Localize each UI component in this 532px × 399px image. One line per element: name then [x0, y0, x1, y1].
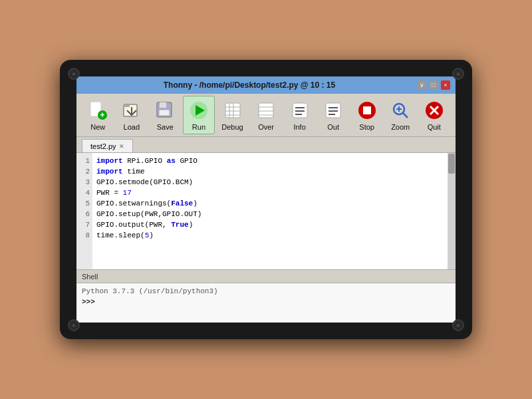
svg-line-32 [403, 113, 408, 118]
minimize-button[interactable]: ∨ [417, 80, 426, 90]
toolbar: + New Load [76, 94, 456, 137]
code-line-3: GPIO.setmode(GPIO.BCM) [96, 177, 444, 188]
stop-label: Stop [359, 123, 374, 131]
quit-label: Quit [428, 123, 441, 131]
zoom-button[interactable]: Zoom [384, 96, 417, 134]
stop-button[interactable]: Stop [350, 96, 383, 134]
load-button[interactable]: Load [116, 96, 148, 134]
svg-rect-11 [225, 103, 240, 118]
svg-rect-7 [160, 102, 166, 108]
run-label: Run [192, 123, 205, 131]
screw-tl [68, 68, 80, 80]
over-label: Over [258, 123, 274, 131]
shell-version: Python 3.7.3 (/usr/bin/python3) [82, 286, 450, 297]
scrollbar-thumb[interactable] [448, 154, 455, 174]
svg-rect-30 [363, 106, 371, 114]
shell-prompt-line: >>> [82, 297, 450, 307]
info-label: Info [293, 123, 305, 131]
out-label: Out [327, 123, 339, 131]
screw-br [452, 319, 464, 331]
zoom-label: Zoom [391, 123, 410, 131]
svg-rect-4 [124, 104, 130, 107]
shell-prompt: >>> [82, 298, 95, 306]
save-label: Save [157, 123, 174, 131]
run-button[interactable]: Run [183, 96, 215, 134]
monitor-casing: Thonny - /home/pi/Desktop/test2.py @ 10 … [60, 60, 472, 339]
title-controls: ∨ □ × [417, 80, 450, 90]
out-icon [323, 100, 344, 121]
code-line-6: GPIO.setup(PWR,GPIO.OUT) [96, 209, 444, 219]
over-button[interactable]: Over [250, 96, 283, 134]
line-numbers: 1 2 3 4 5 6 7 8 [76, 153, 92, 269]
debug-icon [222, 100, 243, 121]
run-icon [188, 100, 209, 121]
maximize-button[interactable]: □ [429, 80, 438, 90]
shell-container: Shell Python 3.7.3 (/usr/bin/python3) >>… [76, 269, 456, 323]
code-line-2: import time [96, 166, 444, 177]
svg-text:+: + [100, 110, 105, 120]
code-line-8: time.sleep(5) [96, 230, 444, 241]
out-button[interactable]: Out [317, 96, 350, 134]
load-label: Load [124, 123, 140, 131]
quit-icon [424, 100, 445, 121]
screw-bl [68, 319, 80, 331]
title-bar: Thonny - /home/pi/Desktop/test2.py @ 10 … [76, 76, 456, 94]
code-line-7: GPIO.output(PWR, True) [96, 219, 444, 230]
screen: Thonny - /home/pi/Desktop/test2.py @ 10 … [76, 76, 456, 323]
close-button[interactable]: × [441, 80, 450, 90]
code-line-5: GPIO.setwarnings(False) [96, 198, 444, 209]
shell-content[interactable]: Python 3.7.3 (/usr/bin/python3) >>> [76, 283, 456, 323]
shell-label: Shell [82, 273, 98, 281]
new-label: New [90, 123, 105, 131]
new-button[interactable]: + New [82, 96, 114, 134]
save-icon [154, 100, 176, 121]
editor-scrollbar[interactable] [448, 153, 456, 269]
info-icon [289, 100, 311, 121]
svg-rect-8 [159, 110, 170, 116]
debug-label: Debug [221, 123, 243, 131]
zoom-icon [390, 100, 411, 121]
over-icon [255, 100, 277, 121]
svg-rect-17 [259, 103, 273, 118]
editor-tab[interactable]: test2.py ✕ [82, 139, 133, 152]
stop-icon [356, 100, 378, 121]
shell-label-bar: Shell [76, 270, 456, 283]
quit-button[interactable]: Quit [418, 96, 450, 134]
tab-label: test2.py [90, 142, 116, 150]
tab-bar: test2.py ✕ [76, 137, 456, 153]
editor-area[interactable]: 1 2 3 4 5 6 7 8 import RPi.GPIO as GPIO … [76, 153, 456, 269]
code-editor[interactable]: import RPi.GPIO as GPIO import time GPIO… [92, 153, 448, 269]
code-line-4: PWR = 17 [96, 188, 444, 198]
load-icon [121, 100, 142, 121]
tab-close-button[interactable]: ✕ [119, 143, 124, 150]
save-button[interactable]: Save [149, 96, 182, 134]
new-icon: + [87, 100, 108, 121]
info-button[interactable]: Info [283, 96, 316, 134]
code-line-1: import RPi.GPIO as GPIO [96, 156, 444, 166]
window-title: Thonny - /home/pi/Desktop/test2.py @ 10 … [82, 80, 417, 90]
debug-button[interactable]: Debug [216, 96, 249, 134]
screw-tr [452, 68, 464, 80]
